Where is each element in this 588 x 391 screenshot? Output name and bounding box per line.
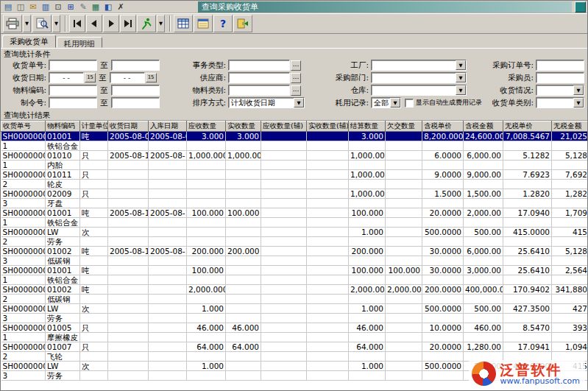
cell[interactable]: 6,000.00	[464, 247, 503, 256]
cell[interactable]: 200.000	[226, 247, 261, 256]
cell[interactable]: 24,600.00	[464, 132, 503, 141]
cell[interactable]	[261, 141, 307, 151]
cell[interactable]	[108, 352, 149, 362]
cell[interactable]	[349, 371, 386, 381]
cell[interactable]	[307, 228, 349, 237]
cell[interactable]	[386, 314, 422, 323]
cell[interactable]: 2,000.000	[386, 285, 422, 295]
chevron-down-icon[interactable]: ▼	[456, 73, 466, 82]
cell[interactable]: SH00000003	[1, 151, 46, 161]
cell[interactable]	[187, 352, 226, 362]
chart-icon[interactable]: ▦	[90, 1, 102, 13]
cell[interactable]	[80, 333, 108, 342]
cell[interactable]: 500.00	[464, 228, 503, 237]
receipt-no-to-input[interactable]	[111, 60, 160, 71]
cell[interactable]	[108, 199, 149, 208]
mdi-titlebar[interactable]: 查询采购收货单	[198, 1, 572, 13]
cell[interactable]: 21,025	[552, 132, 588, 141]
cell[interactable]	[226, 362, 261, 371]
cell[interactable]: 100.000	[386, 266, 422, 275]
cell[interactable]	[422, 218, 464, 228]
cell[interactable]	[187, 333, 226, 342]
cell[interactable]: 3	[1, 314, 46, 323]
cell[interactable]	[149, 314, 187, 323]
column-header[interactable]: 实收数量(辅)	[307, 121, 349, 132]
cell[interactable]: 200.000	[349, 247, 386, 256]
cell[interactable]: 只	[80, 342, 108, 352]
column-header[interactable]: 应收数量(辅)	[261, 121, 307, 132]
cell[interactable]	[261, 323, 307, 333]
cell[interactable]	[149, 237, 187, 247]
column-header[interactable]: 应收数量	[187, 121, 226, 132]
cell[interactable]	[503, 141, 552, 151]
cell[interactable]	[503, 218, 552, 228]
cell[interactable]	[422, 314, 464, 323]
cell[interactable]: SH00000008	[1, 323, 46, 333]
cell[interactable]: 427.3500	[503, 304, 552, 314]
cell[interactable]: 9.0000	[422, 170, 464, 180]
tab-purchase-receipt[interactable]: 采购收货单	[2, 35, 56, 48]
receipt-date-to-input[interactable]: - -	[110, 72, 145, 83]
cell[interactable]	[552, 314, 588, 323]
cell[interactable]: 01002	[46, 247, 80, 256]
cell[interactable]	[80, 314, 108, 323]
cell[interactable]: 2005-08-09	[108, 132, 149, 141]
cell[interactable]	[307, 151, 349, 161]
cell[interactable]: SH00000003	[1, 170, 46, 180]
cell[interactable]	[307, 342, 349, 352]
receipt-row[interactable]: SH0000000601001吨100.000100.000100.00030.…	[1, 266, 588, 275]
cell[interactable]	[307, 256, 349, 266]
cell[interactable]: 415	[552, 228, 588, 237]
cell[interactable]	[261, 237, 307, 247]
cell[interactable]: 1,709	[552, 208, 588, 218]
cell[interactable]	[226, 314, 261, 323]
cell[interactable]: 170.9402	[503, 285, 552, 295]
cell[interactable]	[187, 170, 226, 180]
chevron-down-icon[interactable]: ▼	[573, 98, 584, 108]
cell[interactable]: 1,094	[552, 342, 588, 352]
cell[interactable]	[386, 132, 422, 141]
cell[interactable]: 2005-08-09	[149, 132, 187, 141]
cell[interactable]	[307, 275, 349, 285]
cell[interactable]	[149, 342, 187, 352]
cell[interactable]: 9,000.00	[464, 170, 503, 180]
material-name-row[interactable]: 1摩擦橡皮	[1, 333, 588, 342]
cell[interactable]: 1	[1, 141, 46, 151]
cell[interactable]	[108, 304, 149, 314]
cell[interactable]	[149, 304, 187, 314]
cell[interactable]	[422, 180, 464, 189]
cell[interactable]: 64.000	[187, 342, 226, 352]
cell[interactable]	[187, 275, 226, 285]
cell[interactable]	[226, 256, 261, 266]
cell[interactable]	[386, 256, 422, 266]
column-header[interactable]: 无税单价	[503, 121, 552, 132]
cell[interactable]: 5.1282	[503, 151, 552, 161]
cell[interactable]	[386, 199, 422, 208]
cell[interactable]: 2	[1, 237, 46, 247]
cell[interactable]	[261, 161, 307, 170]
cell[interactable]: 01011	[46, 170, 80, 180]
cell[interactable]	[226, 285, 261, 295]
cell[interactable]	[307, 170, 349, 180]
material-code-to-input[interactable]	[111, 85, 160, 96]
cell[interactable]	[149, 189, 187, 199]
cell[interactable]	[226, 141, 261, 151]
cell[interactable]: 400,000.00	[464, 285, 503, 295]
column-header[interactable]: 无税金额	[552, 121, 588, 132]
cell[interactable]: 2	[1, 295, 46, 304]
cell[interactable]	[261, 199, 307, 208]
cell[interactable]: 5,128	[552, 151, 588, 161]
nav-next-button[interactable]	[103, 15, 119, 32]
cell[interactable]: 46.000	[349, 323, 386, 333]
receipt-class-select[interactable]: ▼	[536, 97, 584, 108]
cell[interactable]	[464, 256, 503, 266]
cell[interactable]: 393	[552, 323, 588, 333]
cell[interactable]: 64.000	[226, 342, 261, 352]
sort-mode-select[interactable]: 计划收货日期▼	[228, 97, 305, 108]
cell[interactable]	[261, 285, 307, 295]
cell[interactable]	[149, 180, 187, 189]
cell[interactable]	[187, 180, 226, 189]
cell[interactable]: 2,000.000	[187, 285, 226, 295]
cell[interactable]	[108, 237, 149, 247]
cell[interactable]	[307, 352, 349, 362]
